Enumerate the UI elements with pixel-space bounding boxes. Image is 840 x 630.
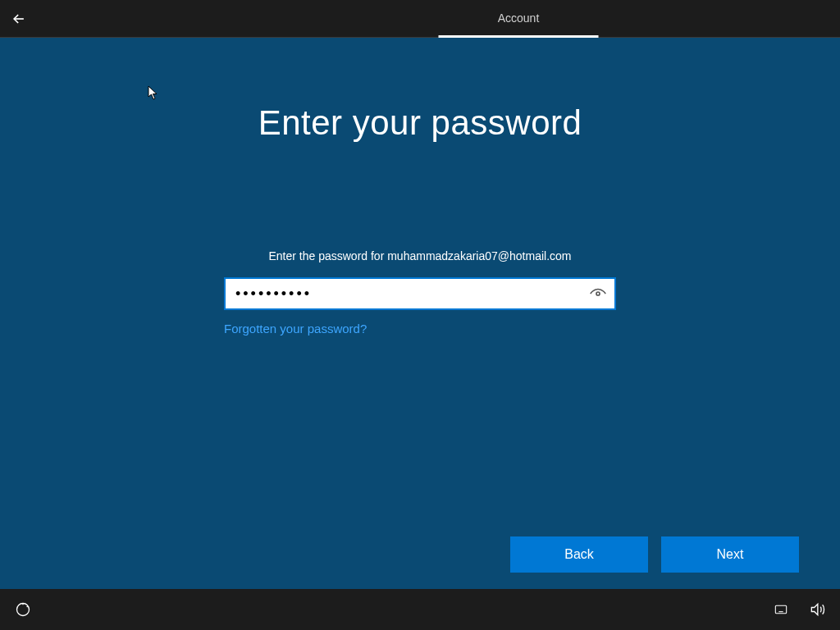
tab-account[interactable]: Account: [439, 0, 599, 38]
content-area: Enter your password Enter the password f…: [0, 38, 840, 589]
instruction-text: Enter the password for muhammadzakaria07…: [0, 249, 840, 262]
keyboard-icon: [773, 603, 789, 616]
next-button[interactable]: Next: [661, 536, 799, 573]
svg-marker-12: [811, 604, 818, 614]
volume-icon: [809, 601, 825, 618]
password-input-container: [224, 277, 616, 310]
svg-point-1: [17, 604, 30, 616]
title-bar: Account: [0, 0, 840, 38]
ease-of-access-button[interactable]: [13, 600, 33, 619]
reveal-password-button[interactable]: [587, 282, 609, 305]
navigation-buttons: Back Next: [510, 536, 799, 573]
accessibility-icon: [15, 601, 31, 618]
svg-point-0: [596, 292, 600, 295]
bottom-bar: [0, 589, 840, 630]
next-button-label: Next: [717, 547, 744, 561]
eye-icon: [589, 285, 607, 303]
bottom-bar-left: [13, 600, 33, 619]
tab-account-label: Account: [498, 11, 540, 25]
arrow-left-icon: [11, 11, 27, 27]
forgot-password-label: Forgotten your password?: [224, 322, 367, 336]
keyboard-button[interactable]: [771, 600, 791, 619]
back-button[interactable]: Back: [510, 536, 648, 573]
back-button-label: Back: [564, 547, 594, 561]
page-title: Enter your password: [0, 103, 840, 143]
password-input[interactable]: [224, 277, 616, 310]
back-arrow-button[interactable]: [0, 0, 38, 38]
svg-rect-2: [775, 605, 786, 613]
volume-button[interactable]: [807, 600, 827, 619]
bottom-bar-right: [771, 600, 827, 619]
forgot-password-link[interactable]: Forgotten your password?: [224, 322, 616, 336]
